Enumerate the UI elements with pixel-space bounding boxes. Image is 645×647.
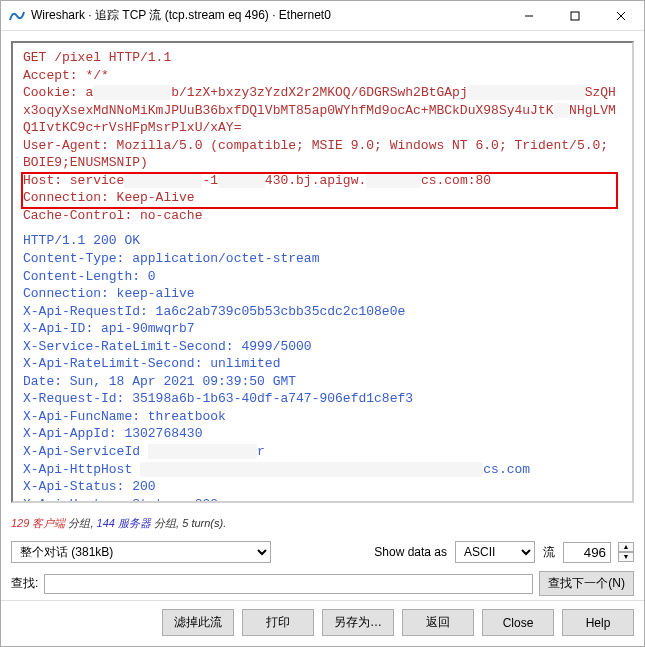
print-button[interactable]: 打印 bbox=[242, 609, 314, 636]
stream-line: Accept: */* bbox=[23, 67, 622, 85]
stream-line: Cache-Control: no-cache bbox=[23, 207, 622, 225]
stream-label: 流 bbox=[543, 544, 555, 561]
server-pkt-count: 144 bbox=[97, 517, 115, 529]
stream-line: X-Request-Id: 35198a6b-1b63-40df-a747-90… bbox=[23, 390, 622, 408]
controls-row-1: 整个对话 (381kB) Show data as ASCII 流 ▲ ▼ bbox=[1, 537, 644, 567]
server-label: 服务器 bbox=[118, 517, 154, 529]
stream-spinner: ▲ ▼ bbox=[618, 542, 634, 562]
request-block: GET /pixel HTTP/1.1Accept: */*Cookie: a … bbox=[23, 49, 622, 224]
stream-number-input[interactable] bbox=[563, 542, 611, 563]
stream-line: User-Agent: Mozilla/5.0 (compatible; MSI… bbox=[23, 137, 622, 172]
follow-tcp-stream-window: Wireshark · 追踪 TCP 流 (tcp.stream eq 496)… bbox=[0, 0, 645, 647]
conversation-select[interactable]: 整个对话 (381kB) bbox=[11, 541, 271, 563]
help-button[interactable]: Help bbox=[562, 609, 634, 636]
titlebar[interactable]: Wireshark · 追踪 TCP 流 (tcp.stream eq 496)… bbox=[1, 1, 644, 31]
stream-line: X-Api-AppId: 1302768430 bbox=[23, 425, 622, 443]
filter-out-stream-button[interactable]: 滤掉此流 bbox=[162, 609, 234, 636]
close-button[interactable] bbox=[598, 1, 644, 30]
stream-line: X-Api-ID: api-90mwqrb7 bbox=[23, 320, 622, 338]
back-button[interactable]: 返回 bbox=[402, 609, 474, 636]
stream-line: X-Api-RequestId: 1a6c2ab739c05b53cbb35cd… bbox=[23, 303, 622, 321]
find-next-button[interactable]: 查找下一个(N) bbox=[539, 571, 634, 596]
controls-row-2: 查找: 查找下一个(N) bbox=[1, 567, 644, 600]
stream-line: X-Api-FuncName: threatbook bbox=[23, 408, 622, 426]
show-data-as-select[interactable]: ASCII bbox=[455, 541, 535, 563]
minimize-button[interactable] bbox=[506, 1, 552, 30]
maximize-button[interactable] bbox=[552, 1, 598, 30]
pkts-label-1: 分组, bbox=[68, 517, 96, 529]
window-buttons bbox=[506, 1, 644, 30]
stream-line: X-Api-HttpHost cs.com bbox=[23, 461, 622, 479]
window-title: Wireshark · 追踪 TCP 流 (tcp.stream eq 496)… bbox=[31, 7, 506, 24]
stream-line: Content-Type: application/octet-stream bbox=[23, 250, 622, 268]
stream-line: X-Api-UpstreamStatus: 200 bbox=[23, 496, 622, 503]
stream-down-button[interactable]: ▼ bbox=[618, 552, 634, 562]
response-block: HTTP/1.1 200 OKContent-Type: application… bbox=[23, 232, 622, 503]
client-pkt-count: 129 bbox=[11, 517, 29, 529]
close-dialog-button[interactable]: Close bbox=[482, 609, 554, 636]
search-label: 查找: bbox=[11, 575, 38, 592]
search-input[interactable] bbox=[44, 574, 533, 594]
stream-line: X-Api-Status: 200 bbox=[23, 478, 622, 496]
stream-text-area[interactable]: GET /pixel HTTP/1.1Accept: */*Cookie: a … bbox=[11, 41, 634, 503]
stream-line: Connection: Keep-Alive bbox=[23, 189, 622, 207]
stream-line: X-Api-RateLimit-Second: unlimited bbox=[23, 355, 622, 373]
show-data-as-label: Show data as bbox=[374, 545, 447, 559]
svg-rect-1 bbox=[571, 12, 579, 20]
stream-line: X-Service-RateLimit-Second: 4999/5000 bbox=[23, 338, 622, 356]
stream-line: Host: service -1 430.bj.apigw. cs.com:80 bbox=[23, 172, 622, 190]
status-line: 129 客户端 分组, 144 服务器 分组, 5 turn(s). bbox=[1, 513, 644, 537]
stream-up-button[interactable]: ▲ bbox=[618, 542, 634, 552]
stream-line: HTTP/1.1 200 OK bbox=[23, 232, 622, 250]
stream-line: GET /pixel HTTP/1.1 bbox=[23, 49, 622, 67]
save-as-button[interactable]: 另存为… bbox=[322, 609, 394, 636]
client-label: 客户端 bbox=[32, 517, 68, 529]
stream-line: X-Api-ServiceId r bbox=[23, 443, 622, 461]
status-tail: 分组, 5 turn(s). bbox=[154, 517, 226, 529]
content-area: GET /pixel HTTP/1.1Accept: */*Cookie: a … bbox=[1, 31, 644, 513]
stream-line: Cookie: a b/1zX+bxzy3zYzdX2r2MKOQ/6DGRSw… bbox=[23, 84, 622, 137]
stream-line: Date: Sun, 18 Apr 2021 09:39:50 GMT bbox=[23, 373, 622, 391]
wireshark-icon bbox=[9, 8, 25, 24]
button-row: 滤掉此流 打印 另存为… 返回 Close Help bbox=[1, 600, 644, 646]
stream-line: Content-Length: 0 bbox=[23, 268, 622, 286]
stream-line: Connection: keep-alive bbox=[23, 285, 622, 303]
